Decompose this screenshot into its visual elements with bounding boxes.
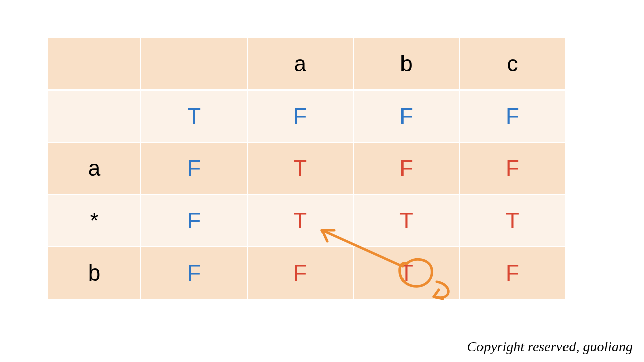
cell: F	[247, 247, 353, 299]
cell: T	[459, 195, 566, 247]
table-row: bFFTF	[48, 247, 566, 299]
cell: b	[353, 38, 459, 90]
dp-table: abcTFFFaFTFF*FTTTbFFTF	[48, 38, 566, 300]
cell: F	[247, 90, 353, 142]
cell: F	[353, 142, 459, 195]
table-row: aFTFF	[48, 142, 566, 195]
row-label	[48, 90, 141, 142]
row-label	[48, 38, 141, 90]
row-label: b	[48, 247, 141, 299]
table-row: TFFF	[48, 90, 566, 142]
cell: c	[459, 38, 566, 90]
cell	[141, 38, 247, 90]
cell: F	[353, 90, 459, 142]
cell: F	[459, 142, 566, 195]
cell: F	[141, 195, 247, 247]
truth-table: abcTFFFaFTFF*FTTTbFFTF	[48, 38, 566, 300]
copyright-text: Copyright reserved, guoliang	[467, 339, 633, 355]
cell: a	[247, 38, 353, 90]
cell: T	[247, 142, 353, 195]
cell: T	[247, 195, 353, 247]
cell: F	[141, 247, 247, 299]
row-label: *	[48, 195, 141, 247]
row-label: a	[48, 142, 141, 195]
cell: F	[141, 142, 247, 195]
cell: T	[353, 247, 459, 299]
cell: F	[459, 247, 566, 299]
table-row: *FTTT	[48, 195, 566, 247]
cell: T	[141, 90, 247, 142]
cell: T	[353, 195, 459, 247]
cell: F	[459, 90, 566, 142]
table-row: abc	[48, 38, 566, 90]
